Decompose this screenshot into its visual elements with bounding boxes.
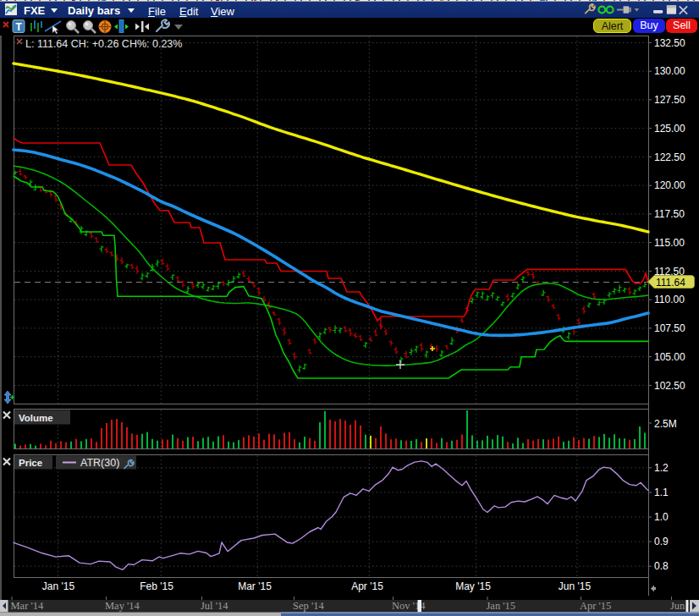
svg-text:132.50: 132.50 xyxy=(654,37,685,49)
svg-text:Jan '15: Jan '15 xyxy=(42,580,75,592)
svg-text:1.2: 1.2 xyxy=(654,462,669,474)
svg-text:0.9: 0.9 xyxy=(654,536,669,547)
svg-text:1.1: 1.1 xyxy=(654,487,669,498)
svg-text:2.5M: 2.5M xyxy=(654,418,677,430)
svg-text:1.0: 1.0 xyxy=(654,511,669,523)
svg-text:T: T xyxy=(16,21,23,33)
svg-text:127.50: 127.50 xyxy=(654,94,685,106)
svg-text:Mar '14: Mar '14 xyxy=(11,600,44,612)
svg-text:Price: Price xyxy=(19,458,42,468)
svg-text:122.50: 122.50 xyxy=(654,151,685,163)
svg-text:111.64: 111.64 xyxy=(656,277,685,289)
svg-text:105.00: 105.00 xyxy=(654,351,685,363)
svg-text:May '15: May '15 xyxy=(455,580,491,592)
svg-text:110.00: 110.00 xyxy=(654,294,685,305)
svg-text:120.00: 120.00 xyxy=(654,179,685,191)
svg-text:ATR(30): ATR(30) xyxy=(80,457,119,469)
svg-text:107.50: 107.50 xyxy=(654,322,685,334)
svg-text:Apr '15: Apr '15 xyxy=(351,580,383,592)
svg-text:Jul '14: Jul '14 xyxy=(201,600,228,612)
svg-text:102.50: 102.50 xyxy=(654,380,685,392)
svg-text:Feb '15: Feb '15 xyxy=(140,580,173,592)
svg-text:130.00: 130.00 xyxy=(654,65,685,77)
svg-text:Jun '15: Jun '15 xyxy=(559,580,592,592)
svg-text:Sep '14: Sep '14 xyxy=(293,600,324,612)
svg-text:Volume: Volume xyxy=(19,413,53,423)
svg-text:117.50: 117.50 xyxy=(654,208,685,220)
svg-text:Jan '15: Jan '15 xyxy=(487,600,516,612)
svg-text:115.00: 115.00 xyxy=(654,237,685,249)
svg-text:Apr '15: Apr '15 xyxy=(580,600,611,612)
svg-text:125.00: 125.00 xyxy=(654,123,685,135)
svg-text:0.8: 0.8 xyxy=(654,560,669,572)
svg-text:May '14: May '14 xyxy=(105,600,140,612)
svg-text:L: 111.64 CH: +0.26 CH%: 0.23%: L: 111.64 CH: +0.26 CH%: 0.23% xyxy=(25,38,182,50)
svg-text:Mar '15: Mar '15 xyxy=(238,580,272,592)
